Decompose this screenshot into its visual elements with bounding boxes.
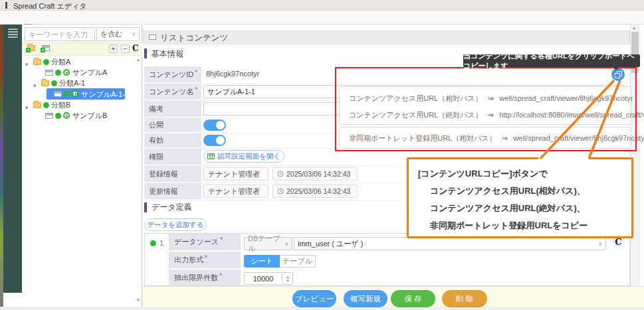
url-value: well/spread_craft/viewer/8hj6cgk97ncotyr bbox=[499, 94, 633, 102]
search-input[interactable] bbox=[25, 27, 95, 41]
clock-icon bbox=[277, 188, 284, 194]
chevron-down-icon[interactable]: ▾ bbox=[25, 61, 29, 68]
add-content-icon[interactable]: + bbox=[42, 45, 50, 51]
content-icon bbox=[45, 70, 53, 76]
chevron-down-icon[interactable]: ▾ bbox=[33, 82, 37, 89]
datasource-value-select[interactable]: imm_user ( ユーザ ) ∨ bbox=[294, 237, 606, 250]
match-type-select[interactable]: を含む ∨ bbox=[96, 27, 140, 41]
registered-datetime-box: 2025/03/06 14:32:43 bbox=[272, 167, 358, 181]
callout-tail-gap bbox=[538, 155, 589, 159]
published-ring-icon bbox=[72, 90, 78, 97]
enabled-toggle[interactable] bbox=[203, 135, 226, 146]
section-title-basic: 基本情報 bbox=[152, 48, 183, 60]
open-authorization-button[interactable]: 認可設定画面を開く bbox=[203, 150, 284, 163]
tree-node-folder-b[interactable]: ▾ 分類B bbox=[25, 100, 29, 112]
match-type-value: を含む bbox=[100, 29, 123, 39]
tree-node-label[interactable]: 分類B bbox=[51, 100, 70, 110]
chevron-down-icon[interactable]: ▾ bbox=[25, 104, 29, 111]
annotation-text: [コンテンツURLコピー]ボタンで コンテンツアクセス用URL(相対パス)、 コ… bbox=[409, 159, 631, 234]
limit-stepper[interactable]: ▴ ▾ bbox=[283, 272, 293, 285]
published-ring-icon bbox=[63, 69, 70, 76]
data-row-index: 1 bbox=[160, 239, 163, 247]
required-mark: * bbox=[195, 86, 197, 94]
output-sheet-option[interactable]: シート bbox=[244, 255, 280, 268]
content-id-value: 8hj6cgk97ncotyr bbox=[206, 70, 259, 78]
url-menu-item-absolute[interactable]: コンテンツアクセス用URL（絶対パス） ⇒ http://localhost:8… bbox=[349, 110, 644, 120]
tree-node-sample-a-1-1-selected[interactable]: サンプルA-1-1 bbox=[47, 88, 125, 100]
step-down-icon[interactable]: ▾ bbox=[286, 279, 288, 283]
preview-button[interactable]: プレビュー bbox=[292, 290, 336, 307]
tree-node-label[interactable]: 分類A-1 bbox=[59, 78, 85, 88]
field-label-limit: 抽出限界件数* bbox=[169, 270, 241, 285]
status-dot-icon bbox=[43, 59, 49, 65]
copy-icon bbox=[615, 71, 622, 78]
url-menu-group: コンテンツアクセス用URL（相対パス） ⇒ well/spread_craft/… bbox=[339, 86, 631, 125]
list-content-icon bbox=[149, 35, 156, 40]
tooltip-arrow bbox=[613, 66, 619, 70]
spread-craft-editor-window: Spread Craft エディタ ← を含む ∨ + + + − C ▲ ▼ … bbox=[0, 0, 644, 310]
table-grid-icon bbox=[207, 153, 215, 159]
window-title: Spread Craft エディタ bbox=[13, 1, 86, 11]
status-dot-icon bbox=[150, 240, 156, 246]
add-folder-icon[interactable]: + bbox=[27, 45, 35, 51]
url-value: well/spread_craft/viewer/8hj6cgk97ncotyr bbox=[513, 134, 644, 142]
status-dot-icon bbox=[43, 102, 49, 108]
field-label-public: 公開 bbox=[144, 118, 201, 132]
collapse-all-button[interactable]: − bbox=[121, 44, 130, 53]
required-mark: * bbox=[195, 69, 197, 76]
tree-panel bbox=[22, 25, 142, 307]
url-menu-group: 非同期ポートレット登録用URL（相対パス） ⇒ well/spread_craf… bbox=[339, 127, 631, 149]
datasource-type-select[interactable]: DBテーブル ∨ bbox=[244, 237, 292, 250]
required-mark: * bbox=[220, 236, 223, 244]
tree-node-label[interactable]: サンプルB bbox=[72, 111, 107, 121]
tree-scroll-down-icon[interactable]: ▼ bbox=[136, 298, 140, 302]
copy-url-tooltip: 当コンテンツに関する各種URLをクリップボードへコピーします bbox=[463, 54, 640, 67]
double-arrow: ⇒ bbox=[488, 94, 494, 102]
copy-new-button[interactable]: 複写新規 bbox=[344, 290, 387, 307]
tree-node-label[interactable]: サンプルA bbox=[72, 68, 107, 78]
folder-icon bbox=[33, 102, 41, 108]
add-data-button[interactable]: データを追加する bbox=[144, 218, 207, 231]
tree-refresh-icon[interactable]: C bbox=[132, 44, 139, 53]
page-title: リストコンテンツ bbox=[160, 33, 228, 44]
scroll-up-icon[interactable]: ▲ bbox=[632, 26, 636, 30]
app-icon bbox=[5, 2, 7, 9]
delete-button[interactable]: 削 除 bbox=[442, 290, 487, 307]
status-dot-icon bbox=[51, 80, 57, 86]
content-icon bbox=[54, 91, 62, 97]
section-title-data-def: データ定義 bbox=[152, 202, 192, 213]
chevron-down-icon: ∨ bbox=[132, 31, 136, 37]
url-menu-item-portlet[interactable]: 非同期ポートレット登録用URL（相対パス） ⇒ well/spread_craf… bbox=[349, 133, 644, 143]
collapsed-sidebar bbox=[3, 25, 22, 293]
required-mark: * bbox=[219, 272, 222, 279]
public-toggle[interactable] bbox=[203, 119, 226, 131]
published-ring-icon bbox=[63, 112, 70, 119]
field-label-content-name: コンテンツ名* bbox=[144, 84, 201, 100]
limit-input[interactable] bbox=[244, 272, 282, 285]
status-dot-icon bbox=[55, 70, 61, 76]
status-dot-icon bbox=[55, 113, 61, 119]
hamburger-icon[interactable] bbox=[8, 29, 18, 38]
folder-icon bbox=[41, 80, 49, 86]
chevron-down-icon: ∨ bbox=[284, 241, 288, 247]
updated-user-box: テナント管理者 bbox=[203, 185, 268, 198]
tree-node-folder-a-1[interactable]: ▾ 分類A-1 bbox=[33, 78, 37, 90]
registered-user-box: テナント管理者 bbox=[203, 167, 268, 181]
url-menu-item-relative[interactable]: コンテンツアクセス用URL（相対パス） ⇒ well/spread_craft/… bbox=[349, 94, 633, 104]
double-arrow: ⇒ bbox=[488, 111, 494, 119]
field-label-content-id: コンテンツID* bbox=[144, 66, 201, 82]
field-label-remarks: 備考 bbox=[144, 101, 201, 117]
tree-node-folder-a[interactable]: ▾ 分類A bbox=[25, 57, 29, 69]
required-mark: * bbox=[205, 254, 207, 262]
output-table-option[interactable]: テーブル bbox=[280, 255, 316, 268]
top-toolbar: ← bbox=[0, 11, 644, 25]
field-label-permission: 権限 bbox=[144, 149, 201, 165]
annotation-callout: [コンテンツURLコピー]ボタンで コンテンツアクセス用URL(相対パス)、 コ… bbox=[407, 157, 633, 238]
expand-all-button[interactable]: + bbox=[109, 44, 118, 53]
save-button[interactable]: 保 存 bbox=[391, 290, 435, 307]
tree-node-label[interactable]: サンプルA-1-1 bbox=[81, 90, 129, 100]
folder-icon bbox=[33, 59, 41, 65]
double-arrow: ⇒ bbox=[502, 134, 508, 142]
tree-node-label[interactable]: 分類A bbox=[51, 57, 70, 67]
tree-scroll-up-icon[interactable]: ▲ bbox=[136, 58, 140, 62]
